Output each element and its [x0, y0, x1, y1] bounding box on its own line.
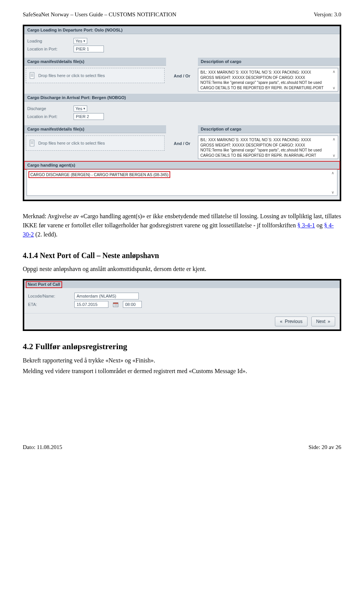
- file-icon: [29, 72, 35, 79]
- file-icon: [29, 140, 35, 147]
- heading-4-2: 4.2 Fullfør anløpsregistrering: [23, 342, 341, 351]
- paragraph-4-1-4: Oppgi neste anløpshavn og anslått ankoms…: [23, 265, 341, 274]
- doc-title-right: Versjon: 3.0: [314, 11, 342, 18]
- screenshot-cargo-form: Cargo Loading in Departure Port: Oslo (N…: [23, 25, 341, 201]
- loading-select[interactable]: Yes ▾: [74, 38, 87, 44]
- discharge-select[interactable]: Yes ▾: [74, 106, 87, 112]
- description-header-1: Description of cargo: [198, 58, 340, 66]
- desc2-line3: NOTE:Terms like "general cargo" "spare p…: [201, 148, 336, 153]
- svg-rect-0: [30, 72, 34, 79]
- cargo-discharge-header: Cargo Discharge in Arrival Port: Bergen …: [24, 94, 340, 102]
- svg-rect-4: [30, 140, 34, 146]
- doc-header: SafeSeaNet Norway – Users Guide – CUSTOM…: [23, 11, 341, 18]
- paragraph-4-2a: Bekreft rapportering ved å trykke «Next»…: [23, 356, 341, 365]
- loading-label: Loading: [27, 39, 69, 43]
- desc1-line3: NOTE:Terms like "general cargo" "spare p…: [201, 80, 336, 85]
- location-in-port-label: Location in Port:: [27, 47, 69, 51]
- chevron-down-icon: ▾: [83, 39, 85, 43]
- manifest-header-2: Cargo manifest/details file(s): [24, 125, 166, 133]
- location-in-port-input-2[interactable]: PIER 2: [74, 113, 104, 120]
- next-button[interactable]: Next »: [311, 317, 335, 326]
- cargo-handling-agent-textarea[interactable]: CARGO DISCHARGE (BERGEN) - CARGO PARTNER…: [27, 169, 337, 196]
- dropzone-text-2: Drop files here or click to select files: [38, 141, 105, 145]
- eta-date-input[interactable]: 15.07.2015: [74, 301, 108, 308]
- svg-rect-9: [113, 302, 118, 304]
- discharge-value: Yes: [75, 106, 82, 111]
- law-link-3-4-1[interactable]: § 3-4-1: [297, 222, 315, 228]
- chevron-down-icon: ▾: [83, 107, 85, 110]
- footer-page: Side: 20 av 26: [309, 444, 341, 451]
- description-header-2: Description of cargo: [198, 125, 340, 133]
- desc2-line1: B/L: XXX MARK/NO`S: XXX TOTAL NO`S: XXX …: [201, 137, 336, 143]
- screenshot-next-port: Next Port of Call Locode/Name: Amsterdam…: [23, 279, 341, 331]
- next-port-header: Next Port of Call: [26, 281, 62, 288]
- scroll-arrows-3[interactable]: ∧∨: [331, 171, 336, 194]
- cargo-loading-header: Cargo Loading in Departure Port: Oslo (N…: [24, 26, 340, 34]
- desc1-line1: B/L: XXX MARK/NO`S: XXX TOTAL NO`S: XXX …: [201, 70, 336, 75]
- file-drop-zone-1[interactable]: Drop files here or click to select files: [26, 68, 165, 83]
- footer-date: Dato: 11.08.2015: [23, 444, 62, 451]
- desc1-line2: GROSS WEIGHT: XXXXX DESCRIPTION OF CARGO…: [201, 75, 336, 80]
- desc2-line4: CARGO DETALS TO BE REPORTED BY REPR. IN …: [201, 153, 336, 158]
- agent-value: CARGO DISCHARGE (BERGEN) - CARGO PARTNER…: [29, 172, 169, 177]
- doc-title-left: SafeSeaNet Norway – Users Guide – CUSTOM…: [23, 11, 176, 18]
- location-in-port-input-1[interactable]: PIER 1: [74, 46, 104, 52]
- dropzone-text: Drop files here or click to select files: [38, 73, 105, 78]
- next-port-header-bg: [24, 280, 340, 288]
- paragraph-4-2b: Melding ved videre transport i tollområd…: [23, 367, 341, 376]
- and-or-label-2: And / Or: [166, 125, 198, 161]
- cargo-description-textarea-2[interactable]: B/L: XXX MARK/NO`S: XXX TOTAL NO`S: XXX …: [198, 135, 338, 159]
- desc2-line2: GROSS WEIGHT: XXXXX DESCRIPTION OF CARGO…: [201, 143, 336, 148]
- locode-label: Locode/Name:: [28, 294, 70, 298]
- cargo-description-textarea-1[interactable]: B/L: XXX MARK/NO`S: XXX TOTAL NO`S: XXX …: [198, 68, 338, 91]
- doc-footer: Dato: 11.08.2015 Side: 20 av 26: [23, 444, 341, 451]
- chevron-left-icon: «: [280, 319, 282, 324]
- chevron-right-icon: »: [328, 319, 330, 324]
- location-in-port-label-2: Location in Port:: [27, 114, 69, 119]
- cargo-handling-agent-header: Cargo handling agent(s): [24, 161, 340, 169]
- file-drop-zone-2[interactable]: Drop files here or click to select files: [26, 135, 165, 151]
- manifest-header-1: Cargo manifest/details file(s): [24, 58, 166, 66]
- locode-input[interactable]: Amsterdam (NLAMS): [74, 293, 139, 299]
- discharge-label: Discharge: [27, 106, 69, 111]
- desc1-line4: CARGO DETALS TO BE REPORTED BY REPR. IN …: [201, 85, 336, 91]
- merknad-paragraph: Merknad: Avgivelse av «Cargo handling ag…: [23, 212, 341, 239]
- scroll-arrows-2[interactable]: ∧∨: [333, 137, 337, 158]
- heading-4-1-4: 4.1.4 Next Port of Call – Neste anløpsha…: [23, 251, 341, 260]
- calendar-icon[interactable]: [113, 302, 118, 307]
- scroll-arrows[interactable]: ∧∨: [333, 69, 337, 90]
- eta-time-input[interactable]: 08:00: [123, 301, 142, 308]
- loading-value: Yes: [75, 39, 82, 43]
- eta-label: ETA:: [28, 302, 70, 307]
- previous-button[interactable]: « Previous: [275, 317, 307, 326]
- and-or-label: And / Or: [166, 58, 198, 94]
